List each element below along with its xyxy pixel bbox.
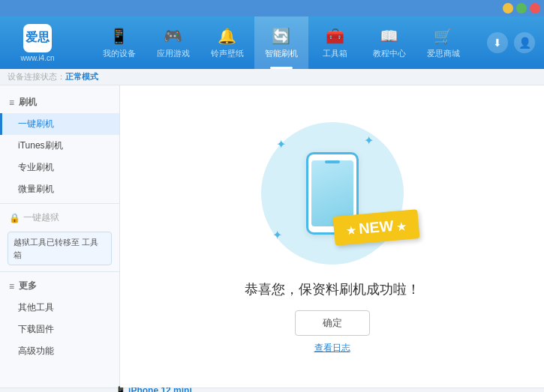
smart-flash-icon: 🔄: [272, 27, 290, 45]
header: 爱思 www.i4.cn 📱 我的设备 🎮 应用游戏 🔔 铃声壁纸 🔄 智能刷机…: [0, 16, 544, 69]
sidebar: ≡ 刷机 一键刷机 iTunes刷机 专业刷机 微量刷机 🔒 一键越狱 越狱工具…: [0, 85, 120, 388]
nav-item-toolbox[interactable]: 🧰 工具箱: [308, 16, 362, 69]
sidebar-grayed-jailbreak: 🔒 一键越狱: [0, 207, 119, 229]
nav-label-smart-flash: 智能刷机: [265, 48, 298, 59]
flash-section-icon: ≡: [9, 97, 14, 108]
phone-notch: [325, 160, 340, 163]
logo-url: www.i4.cn: [20, 54, 54, 62]
sparkle-1: ✦: [276, 137, 286, 151]
sidebar-item-advanced[interactable]: 高级功能: [0, 340, 119, 362]
footer: ✓ 自动推送 ✓ 跳过向导 📱 iPhone 12 mini 64GB Down…: [0, 388, 544, 392]
main-layout: ≡ 刷机 一键刷机 iTunes刷机 专业刷机 微量刷机 🔒 一键越狱 越狱工具…: [0, 85, 544, 388]
nav-label-app-game: 应用游戏: [157, 48, 190, 59]
confirm-button[interactable]: 确定: [295, 310, 370, 336]
minimize-button[interactable]: [503, 3, 513, 13]
titlebar: [0, 0, 544, 16]
nav-item-tutorial[interactable]: 📖 教程中心: [362, 16, 416, 69]
header-right: ⬇ 👤: [487, 32, 544, 53]
status-label: 设备连接状态：: [8, 71, 65, 82]
user-button[interactable]: 👤: [514, 32, 535, 53]
nav-label-toolbox: 工具箱: [323, 48, 347, 59]
nav-label-my-device: 我的设备: [103, 48, 136, 59]
phone-circle-bg: ✦ ✦ ✦ NEW: [261, 122, 404, 265]
flash-section-label: 刷机: [19, 96, 37, 109]
nav-item-my-device[interactable]: 📱 我的设备: [92, 16, 146, 69]
app-game-icon: 🎮: [164, 27, 182, 45]
sidebar-section-flash: ≡ 刷机: [0, 91, 119, 113]
sidebar-item-one-key-flash[interactable]: 一键刷机: [0, 113, 119, 135]
phone-illustration: ✦ ✦ ✦ NEW: [257, 118, 407, 268]
mall-icon: 🛒: [434, 27, 452, 45]
nav-label-mall: 爱思商城: [427, 48, 460, 59]
ringtone-icon: 🔔: [218, 27, 236, 45]
jailbreak-label: 一键越狱: [23, 211, 59, 224]
sidebar-item-download-firmware[interactable]: 下载固件: [0, 319, 119, 340]
nav-item-ringtone[interactable]: 🔔 铃声壁纸: [200, 16, 254, 69]
toolbox-icon: 🧰: [326, 27, 344, 45]
lock-icon: 🔒: [9, 213, 20, 223]
sidebar-divider-2: [0, 271, 119, 272]
nav-items: 📱 我的设备 🎮 应用游戏 🔔 铃声壁纸 🔄 智能刷机 🧰 工具箱 📖 教程中心…: [75, 16, 487, 69]
more-section-icon: ≡: [9, 281, 14, 292]
close-button[interactable]: [530, 3, 540, 13]
sidebar-item-itunes-flash[interactable]: iTunes刷机: [0, 135, 119, 157]
content-area: ✦ ✦ ✦ NEW 恭喜您，保资料刷机成功啦！ 确定 查看日志: [120, 85, 544, 388]
tutorial-icon: 📖: [380, 27, 398, 45]
logo-text: 爱思: [26, 30, 50, 46]
goto-daily-link[interactable]: 查看日志: [314, 342, 350, 355]
my-device-icon: 📱: [110, 27, 128, 45]
nav-item-smart-flash[interactable]: 🔄 智能刷机: [254, 16, 308, 69]
success-text: 恭喜您，保资料刷机成功啦！: [245, 280, 420, 298]
new-badge: NEW: [332, 209, 419, 246]
nav-item-app-game[interactable]: 🎮 应用游戏: [146, 16, 200, 69]
nav-label-tutorial: 教程中心: [373, 48, 406, 59]
nav-item-mall[interactable]: 🛒 爱思商城: [416, 16, 470, 69]
logo-icon: 爱思: [23, 24, 52, 52]
sidebar-item-other-tools[interactable]: 其他工具: [0, 297, 119, 319]
sidebar-divider-1: [0, 203, 119, 204]
sidebar-section-more: ≡ 更多: [0, 275, 119, 297]
status-bar: 设备连接状态： 正常模式: [0, 69, 544, 85]
sidebar-item-pro-flash[interactable]: 专业刷机: [0, 157, 119, 178]
jailbreak-notice: 越狱工具已转移至 工具箱: [8, 232, 112, 265]
status-value: 正常模式: [65, 71, 98, 82]
nav-label-ringtone: 铃声壁纸: [211, 48, 244, 59]
maximize-button[interactable]: [516, 3, 527, 13]
sparkle-2: ✦: [364, 133, 374, 148]
logo-area: 爱思 www.i4.cn: [0, 24, 75, 62]
sparkle-3: ✦: [272, 228, 282, 242]
download-button[interactable]: ⬇: [487, 32, 508, 53]
more-section-label: 更多: [19, 280, 37, 292]
sidebar-item-micro-flash[interactable]: 微量刷机: [0, 178, 119, 200]
